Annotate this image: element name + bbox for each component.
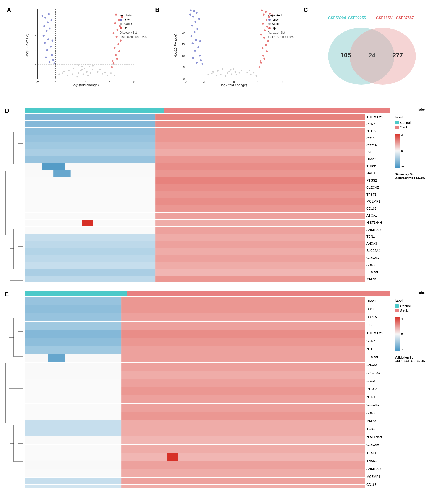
legend-a-up-label: Up (124, 26, 128, 30)
svg-point-123 (194, 50, 196, 52)
panel-e-label: E (5, 290, 9, 298)
svg-rect-212 (155, 184, 365, 191)
gene-d-8: NFIL3 (367, 172, 390, 175)
svg-rect-295 (25, 428, 121, 436)
color-bar-d-ticks: 4 0 -4 (400, 134, 404, 168)
svg-point-72 (112, 32, 114, 34)
svg-rect-238 (25, 276, 155, 282)
panel-d-subtitle: Discovery Set GSE58294+GSE22255 (395, 172, 440, 179)
svg-point-64 (112, 62, 114, 64)
gene-e-1: CD19 (367, 307, 390, 311)
gene-d-11: TPST1 (367, 193, 390, 196)
gene-e-22: MCEMP1 (367, 475, 390, 478)
svg-rect-292 (121, 412, 365, 420)
svg-point-111 (250, 73, 251, 75)
gene-e-9: SLC22A4 (367, 371, 390, 375)
svg-point-67 (118, 50, 120, 52)
svg-point-140 (193, 10, 195, 12)
svg-text:2: 2 (133, 80, 134, 84)
svg-text:-2: -2 (36, 80, 38, 84)
legend-b-up-dot (268, 27, 271, 29)
svg-point-133 (198, 18, 200, 20)
svg-text:log2(fold change): log2(fold change) (73, 83, 99, 87)
panel-e-main: label (25, 290, 390, 490)
heatmap-d-svg (25, 114, 365, 282)
gene-d-10: CLEC4E (367, 186, 390, 189)
svg-rect-192 (155, 121, 365, 127)
svg-rect-270 (25, 330, 121, 338)
svg-rect-200 (155, 149, 365, 156)
svg-point-70 (120, 40, 121, 41)
svg-point-45 (49, 61, 50, 63)
svg-point-99 (235, 71, 236, 72)
legend-e-control-label: Control (400, 304, 410, 308)
color-bar-e (395, 317, 400, 351)
venn-diagram: 105 24 277 (323, 22, 419, 90)
svg-point-57 (47, 21, 49, 23)
svg-point-47 (51, 54, 53, 56)
svg-point-152 (262, 23, 264, 25)
color-bar-e-ticks: 4 0 -4 (400, 317, 404, 351)
svg-rect-296 (121, 428, 365, 436)
svg-point-26 (72, 73, 73, 75)
control-bar-e (25, 291, 127, 296)
legend-b-stable: Stable (268, 22, 297, 26)
svg-text:-log10(P-value): -log10(P-value) (25, 34, 29, 57)
svg-point-48 (46, 49, 48, 51)
color-tick-d-min: -4 (401, 164, 404, 168)
svg-rect-220 (155, 213, 365, 219)
panel-e-gene-labels: ITM2C CD19 CD79A ID3 TNFRSF25 CCR7 NELL2… (365, 297, 390, 488)
svg-rect-223 (82, 220, 93, 226)
panel-c: C GSE58294+GSE22255 GSE16561+GSE37587 10… (301, 4, 440, 100)
gene-e-11: PTGS2 (367, 387, 390, 390)
svg-point-24 (76, 76, 78, 77)
svg-rect-275 (121, 346, 365, 354)
svg-point-121 (192, 57, 194, 59)
svg-point-33 (99, 69, 101, 70)
legend-d-control-rect (395, 121, 399, 124)
svg-point-138 (202, 63, 203, 65)
svg-point-159 (265, 11, 267, 13)
svg-point-52 (52, 40, 53, 41)
svg-point-143 (262, 54, 264, 56)
gene-d-21: ARG1 (367, 263, 390, 266)
svg-point-58 (50, 19, 52, 21)
gene-d-1: CCR7 (367, 123, 390, 126)
gene-e-4: TNFRSF25 (367, 331, 390, 335)
legend-d-stroke: Stroke (395, 126, 440, 129)
svg-rect-217 (25, 205, 155, 212)
svg-point-126 (195, 39, 197, 41)
svg-rect-196 (155, 135, 365, 142)
svg-point-59 (44, 17, 46, 18)
svg-rect-228 (25, 241, 155, 248)
svg-point-19 (87, 75, 89, 76)
svg-rect-222 (155, 220, 365, 226)
svg-rect-201 (25, 156, 155, 163)
svg-text:0: 0 (233, 80, 235, 84)
panel-b-subtitle2: GSE16561+GSE37587 (268, 36, 297, 39)
svg-rect-286 (121, 387, 365, 395)
svg-text:-1: -1 (203, 80, 205, 84)
svg-point-137 (200, 59, 202, 61)
svg-rect-311 (121, 485, 365, 488)
svg-point-69 (117, 43, 119, 45)
svg-point-112 (211, 72, 212, 74)
svg-rect-268 (25, 322, 121, 329)
svg-rect-218 (155, 205, 365, 212)
svg-rect-239 (155, 276, 365, 282)
svg-point-75 (114, 22, 116, 24)
svg-point-63 (54, 62, 55, 64)
svg-rect-193 (25, 128, 155, 135)
legend-b-title: regulated (268, 14, 297, 17)
svg-rect-263 (121, 297, 365, 305)
svg-point-73 (117, 29, 118, 31)
legend-e-stroke-label: Stroke (400, 309, 409, 312)
panel-b-label: B (155, 6, 160, 14)
panel-e-subtitle2: GSE16561+GSE37587 (395, 359, 440, 363)
panel-c-label: C (303, 6, 308, 14)
color-tick-e-max: 4 (401, 317, 404, 320)
svg-point-101 (236, 74, 237, 75)
svg-point-132 (194, 21, 196, 23)
svg-rect-303 (167, 453, 178, 461)
svg-point-149 (260, 34, 262, 35)
